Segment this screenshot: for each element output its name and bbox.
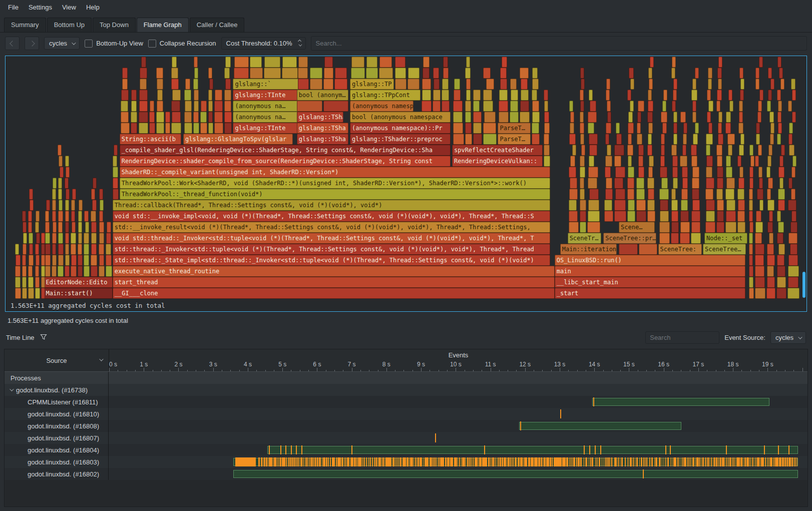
flame-frame[interactable] [788, 277, 799, 288]
flame-frame[interactable] [194, 68, 198, 79]
flame-frame[interactable] [779, 68, 783, 79]
flame-frame[interactable] [659, 189, 669, 200]
flame-frame[interactable] [648, 90, 652, 101]
flame-frame[interactable] [351, 57, 364, 68]
flame-frame[interactable] [71, 200, 75, 211]
flame-frame[interactable] [706, 156, 713, 167]
flame-frame[interactable] [100, 200, 104, 211]
flame-frame[interactable] [706, 178, 714, 189]
flame-frame[interactable] [739, 101, 743, 112]
flame-frame[interactable] [310, 79, 323, 90]
flame-frame[interactable] [650, 57, 654, 68]
flame-frame[interactable] [473, 101, 480, 112]
flame-frame[interactable] [648, 68, 652, 79]
flame-frame[interactable] [755, 156, 759, 167]
flame-frame[interactable] [718, 112, 722, 123]
flame-frame[interactable] [569, 134, 576, 145]
flame-frame[interactable] [673, 90, 677, 101]
flame-frame[interactable] [41, 277, 45, 288]
flame-frame[interactable] [422, 101, 432, 112]
flame-frame[interactable] [691, 211, 700, 222]
flame-frame[interactable] [65, 266, 70, 277]
flame-frame[interactable] [755, 79, 759, 90]
timeline-row[interactable]: godot.linuxbsd. (#16802) [5, 468, 807, 480]
flame-frame[interactable] [29, 244, 34, 255]
flame-frame[interactable] [72, 189, 76, 200]
flame-frame[interactable] [662, 101, 666, 112]
flame-frame[interactable] [85, 222, 89, 233]
flame-frame[interactable] [41, 255, 45, 266]
flame-frame[interactable] [590, 101, 597, 112]
flame-frame[interactable] [264, 68, 281, 79]
flame-frame[interactable] [615, 189, 625, 200]
flame-frame[interactable] [193, 123, 199, 134]
flame-frame[interactable] [139, 90, 147, 101]
flame-frame[interactable] [298, 68, 308, 79]
flame-frame[interactable] [638, 167, 644, 178]
flame-frame[interactable] [172, 112, 181, 123]
flame-frame[interactable] [708, 79, 712, 90]
timeline-row[interactable]: godot.linuxbsd. (#16810) [5, 408, 807, 420]
flame-frame[interactable] [769, 211, 773, 222]
flame-frame[interactable] [544, 134, 549, 145]
timeline-row[interactable]: godot.linuxbsd. (#16803) [5, 456, 807, 468]
menu-help[interactable]: Help [81, 2, 105, 13]
flame-frame[interactable] [671, 68, 675, 79]
timeline-track[interactable] [109, 420, 807, 432]
flame-frame[interactable] [589, 134, 598, 145]
timeline-row-label[interactable]: CPMMListener (#16811) [5, 396, 109, 408]
flame-frame[interactable] [726, 167, 732, 178]
flame-frame[interactable] [636, 178, 644, 189]
flame-frame[interactable] [193, 79, 198, 90]
flame-frame[interactable] [778, 189, 785, 200]
flame-frame[interactable] [758, 145, 762, 156]
flame-frame[interactable] [208, 90, 212, 101]
flame-frame[interactable] [532, 112, 540, 123]
tab-bottom-up[interactable]: Bottom Up [47, 18, 92, 32]
flame-frame[interactable] [726, 178, 735, 189]
flame-frame[interactable] [224, 123, 232, 134]
flame-frame[interactable] [726, 211, 736, 222]
flame-frame[interactable] [84, 266, 90, 277]
flame-frame[interactable] [673, 112, 677, 123]
flame-frame[interactable] [648, 123, 653, 134]
flame-frame[interactable] [324, 68, 333, 79]
flame-frame[interactable] [614, 200, 625, 211]
flame-frame[interactable] [131, 123, 138, 134]
flame-frame[interactable] [737, 222, 745, 233]
flame-frame[interactable] [65, 200, 69, 211]
flame-frame[interactable] [749, 288, 754, 299]
flame-frame[interactable]: String::ascii(b [120, 134, 181, 145]
flame-frame[interactable] [755, 266, 764, 277]
flame-frame[interactable] [52, 255, 57, 266]
flame-frame[interactable] [777, 255, 785, 266]
source-column-header[interactable]: Source [5, 349, 109, 371]
flame-frame[interactable] [570, 178, 577, 189]
flame-frame[interactable] [778, 222, 784, 233]
flame-frame[interactable] [84, 233, 89, 244]
flame-frame[interactable] [453, 134, 464, 145]
flame-frame[interactable] [659, 222, 670, 233]
flame-frame[interactable] [453, 123, 463, 134]
timeline-track[interactable] [109, 456, 807, 468]
flame-frame[interactable] [194, 57, 198, 68]
flame-frame[interactable] [636, 211, 646, 222]
flame-frame[interactable] [442, 101, 450, 112]
flame-frame[interactable] [672, 156, 678, 167]
flame-frame[interactable] [695, 68, 699, 79]
flame-frame[interactable]: Node::_set [704, 233, 747, 244]
flame-frame[interactable] [78, 222, 82, 233]
flame-frame[interactable] [45, 255, 51, 266]
flame-frame[interactable] [15, 266, 21, 277]
flame-frame[interactable] [532, 101, 539, 112]
flame-frame[interactable] [52, 211, 56, 222]
flame-frame[interactable] [544, 156, 550, 167]
flame-frame[interactable] [422, 79, 431, 90]
flame-frame[interactable] [614, 211, 626, 222]
flame-frame[interactable] [442, 90, 449, 101]
flame-frame[interactable] [53, 178, 57, 189]
flame-frame[interactable] [767, 101, 771, 112]
flame-frame[interactable] [15, 244, 19, 255]
flame-frame[interactable] [770, 134, 774, 145]
flame-frame[interactable] [16, 255, 21, 266]
